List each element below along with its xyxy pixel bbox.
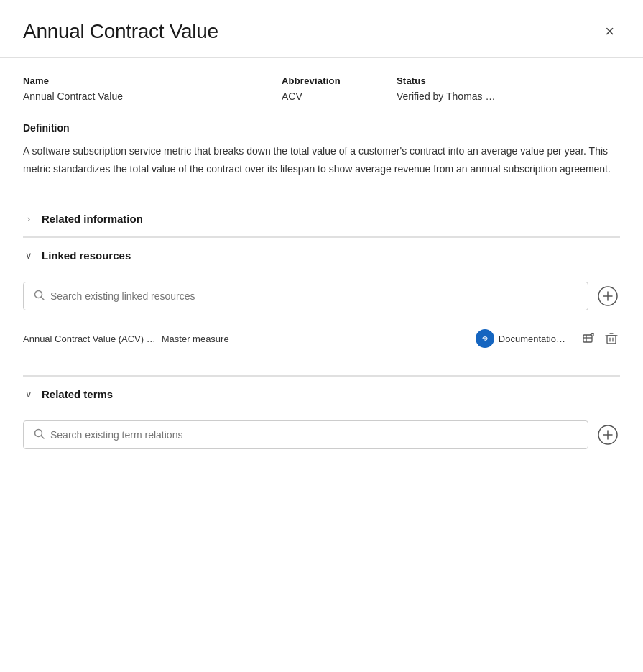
related-terms-search-icon (34, 428, 45, 441)
linked-resources-search-row (23, 282, 620, 310)
panel-header: Annual Contract Value × (0, 0, 643, 58)
related-terms-section: ∨ Related terms (23, 375, 620, 481)
resource-name: Annual Contract Value (ACV) … (23, 333, 156, 344)
svg-line-18 (42, 436, 45, 439)
resource-actions (580, 330, 620, 347)
name-label: Name (23, 75, 282, 86)
resource-row: Annual Contract Value (ACV) … Master mea… (23, 322, 620, 355)
definition-text: A software subscription service metric t… (23, 142, 620, 178)
status-field: Status Verified by Thomas … (397, 75, 620, 102)
linked-resources-section: ∨ Linked resources (23, 236, 620, 375)
fields-row: Name Annual Contract Value Abbreviation … (23, 75, 620, 102)
definition-label: Definition (23, 122, 620, 134)
panel-title: Annual Contract Value (23, 20, 218, 43)
status-value: Verified by Thomas … (397, 91, 620, 102)
related-information-title: Related information (42, 213, 143, 225)
related-terms-add-button[interactable] (596, 423, 620, 447)
related-terms-title: Related terms (42, 388, 113, 400)
linked-resources-content: Annual Contract Value (ACV) … Master mea… (23, 273, 620, 364)
related-terms-chevron: ∨ (23, 389, 34, 400)
resource-new-tab-button[interactable] (580, 330, 597, 347)
svg-line-11 (591, 333, 594, 335)
close-button[interactable]: × (599, 21, 620, 42)
status-label: Status (397, 75, 620, 86)
related-information-chevron: › (23, 213, 34, 224)
related-terms-header[interactable]: ∨ Related terms (23, 376, 620, 412)
linked-resources-title: Linked resources (42, 249, 131, 262)
main-panel: Annual Contract Value × Name Annual Cont… (0, 0, 643, 672)
related-terms-search-input[interactable] (50, 429, 578, 441)
resource-link-icon (476, 329, 494, 348)
svg-rect-8 (583, 335, 592, 342)
linked-resources-search-box[interactable] (23, 282, 588, 310)
name-field: Name Annual Contract Value (23, 75, 282, 102)
abbreviation-field: Abbreviation ACV (282, 75, 397, 102)
linked-resources-add-button[interactable] (596, 284, 620, 308)
linked-resources-chevron: ∨ (23, 250, 34, 261)
related-information-header[interactable]: › Related information (23, 201, 620, 236)
resource-link-text: Documentatio… (499, 333, 565, 344)
panel-body: Name Annual Contract Value Abbreviation … (0, 58, 643, 498)
linked-resources-search-icon (34, 290, 45, 303)
related-terms-search-box[interactable] (23, 420, 588, 449)
related-terms-search-row (23, 420, 620, 449)
name-value: Annual Contract Value (23, 91, 282, 102)
related-terms-content (23, 412, 620, 469)
resource-type: Master measure (162, 333, 229, 344)
abbreviation-value: ACV (282, 91, 397, 102)
resource-link: Documentatio… (476, 329, 565, 348)
svg-line-1 (42, 298, 45, 300)
svg-rect-12 (607, 336, 616, 344)
resource-delete-button[interactable] (603, 330, 620, 347)
linked-resources-header[interactable]: ∨ Linked resources (23, 237, 620, 273)
linked-resources-search-input[interactable] (50, 290, 578, 302)
abbreviation-label: Abbreviation (282, 75, 397, 86)
definition-section: Definition A software subscription servi… (23, 122, 620, 178)
